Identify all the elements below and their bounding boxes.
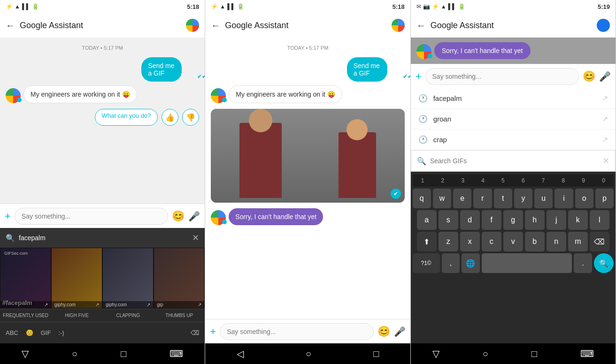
key-l[interactable]: l (590, 210, 609, 230)
emoji-kb-button-1[interactable]: 😊 (26, 329, 33, 336)
gif-search-input-3[interactable] (430, 157, 599, 165)
key-search[interactable]: 🔍 (594, 253, 614, 273)
suggestion-text-1: facepalm (433, 94, 596, 102)
key-d[interactable]: d (460, 210, 480, 230)
suggestion-groan[interactable]: 🕐 groan ↗ (411, 109, 616, 129)
chip-thumbs-up[interactable]: 👍 (162, 109, 178, 126)
key-globe[interactable]: 🌐 (462, 253, 480, 273)
message-input-2[interactable] (220, 323, 373, 340)
key-x[interactable]: x (460, 232, 480, 251)
gif-source-4: gip ↗ (154, 301, 204, 308)
key-u[interactable]: u (534, 189, 553, 208)
user-bubble-1: Send me a GIF (141, 57, 182, 82)
chip-what-can-you-do[interactable]: What can you do? (95, 109, 158, 126)
emoji-button-1[interactable]: 😊 (172, 210, 185, 222)
back-button-3[interactable]: ← (416, 20, 426, 31)
num-3[interactable]: 3 (453, 175, 473, 186)
key-r[interactable]: r (473, 189, 492, 208)
key-comma[interactable]: , (442, 253, 460, 273)
key-f[interactable]: f (482, 210, 501, 230)
emoji-button-3[interactable]: 😊 (583, 70, 595, 83)
mic-button-2[interactable]: 🎤 (394, 326, 406, 337)
key-t[interactable]: t (494, 189, 512, 208)
num-4[interactable]: 4 (473, 175, 493, 186)
key-m[interactable]: m (568, 232, 588, 251)
back-button-1[interactable]: ← (6, 20, 15, 31)
key-a[interactable]: a (417, 210, 437, 230)
num-0[interactable]: 0 (593, 175, 614, 186)
nav-back-2[interactable]: ◁ (237, 348, 244, 359)
chip-thumbs-down[interactable]: 👎 (182, 109, 199, 126)
gif-search-input-1[interactable] (19, 234, 188, 242)
cat-frequently-used[interactable]: FREQUENTLY USED (0, 309, 51, 322)
suggestion-facepalm[interactable]: 🕐 facepalm ↗ (411, 88, 616, 109)
gif-item-3[interactable]: giphy.com ↗ (103, 248, 153, 308)
cat-thumbs-up[interactable]: THUMBS UP (154, 309, 205, 322)
gif-kb-button-1[interactable]: GIF (41, 329, 51, 336)
nav-home-3[interactable]: ○ (483, 349, 488, 359)
num-5[interactable]: 5 (493, 175, 513, 186)
key-z[interactable]: z (439, 232, 458, 251)
nav-home-2[interactable]: ○ (306, 349, 311, 359)
key-s[interactable]: s (439, 210, 458, 230)
nav-recent-2[interactable]: □ (373, 349, 379, 359)
key-i[interactable]: i (554, 189, 573, 208)
gif-clear-button-3[interactable]: ✕ (602, 156, 609, 166)
emoticon-kb-button-1[interactable]: :-) (58, 329, 64, 336)
plus-button-3[interactable]: + (416, 70, 422, 83)
key-o[interactable]: o (575, 189, 593, 208)
plus-button-1[interactable]: + (5, 210, 11, 222)
key-v[interactable]: v (503, 232, 523, 251)
message-input-1[interactable] (15, 208, 168, 225)
teal-dot-p3 (428, 53, 432, 58)
key-dot[interactable]: . (574, 253, 592, 273)
key-w[interactable]: w (433, 189, 451, 208)
nav-keyboard-1[interactable]: ⌨ (169, 348, 183, 359)
cat-high-five[interactable]: HIGH FIVE (51, 309, 102, 322)
key-k[interactable]: k (568, 210, 588, 230)
num-7[interactable]: 7 (533, 175, 554, 186)
nav-home-1[interactable]: ○ (72, 349, 77, 359)
num-1[interactable]: 1 (413, 175, 433, 186)
nav-keyboard-3[interactable]: ⌨ (580, 348, 594, 359)
wifi-icon: ▲ (15, 3, 20, 10)
gif-source-1: ↗ (0, 301, 51, 308)
key-j[interactable]: j (547, 210, 566, 230)
num-2[interactable]: 2 (433, 175, 453, 186)
num-9[interactable]: 9 (573, 175, 593, 186)
key-q[interactable]: q (413, 189, 431, 208)
key-h[interactable]: h (525, 210, 545, 230)
nav-back-1[interactable]: ▽ (22, 348, 29, 359)
key-n[interactable]: n (547, 232, 566, 251)
key-y[interactable]: y (514, 189, 532, 208)
mic-button-3[interactable]: 🎤 (599, 71, 611, 82)
plus-button-2[interactable]: + (210, 326, 216, 338)
key-c[interactable]: c (482, 232, 501, 251)
mic-button-1[interactable]: 🎤 (188, 211, 200, 222)
key-g[interactable]: g (503, 210, 523, 230)
nav-back-3[interactable]: ▽ (432, 348, 439, 359)
gif-item-1[interactable]: GIFSec.com #facepalm ↗ (0, 248, 51, 308)
back-button-2[interactable]: ← (211, 20, 220, 31)
abc-button-1[interactable]: ABC (6, 329, 18, 336)
app-title-1: Google Assistant (20, 21, 181, 30)
key-num-switch[interactable]: ?1© (413, 253, 440, 273)
emoji-button-2[interactable]: 😊 (377, 326, 390, 338)
key-p[interactable]: p (595, 189, 614, 208)
delete-kb-button-1[interactable]: ⌫ (191, 329, 199, 336)
num-8[interactable]: 8 (553, 175, 573, 186)
cat-clapping[interactable]: CLAPPING (102, 309, 154, 322)
nav-recent-1[interactable]: □ (121, 349, 126, 359)
gif-clear-button-1[interactable]: ✕ (192, 233, 199, 243)
key-delete[interactable]: ⌫ (590, 232, 609, 251)
message-input-3[interactable] (425, 68, 579, 85)
nav-recent-3[interactable]: □ (531, 349, 537, 359)
key-b[interactable]: b (525, 232, 545, 251)
suggestion-crap[interactable]: 🕐 crap ↗ (411, 129, 616, 150)
gif-item-4[interactable]: gip ↗ (154, 248, 204, 308)
num-6[interactable]: 6 (513, 175, 533, 186)
key-space[interactable] (482, 253, 572, 273)
key-e[interactable]: e (453, 189, 471, 208)
key-shift[interactable]: ⬆ (417, 232, 437, 251)
gif-item-2[interactable]: giphy.com ↗ (52, 248, 102, 308)
